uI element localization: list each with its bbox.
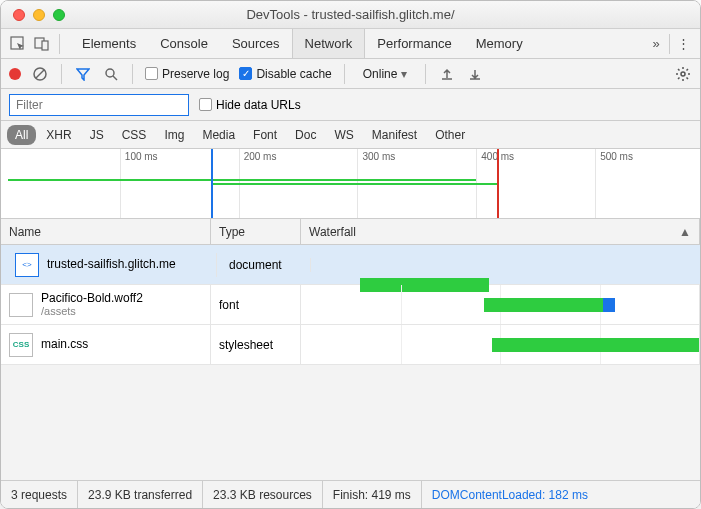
svg-point-7 [681, 72, 685, 76]
more-tabs-icon[interactable]: » [647, 35, 665, 53]
disable-cache-checkbox[interactable]: ✓Disable cache [239, 67, 331, 81]
type-pill-xhr[interactable]: XHR [38, 125, 79, 145]
type-pill-css[interactable]: CSS [114, 125, 155, 145]
col-header-waterfall[interactable]: Waterfall▲ [301, 219, 700, 244]
css-file-icon: CSS [9, 333, 33, 357]
request-type: font [211, 285, 301, 324]
table-headers: Name Type Waterfall▲ [1, 219, 700, 245]
status-resources: 23.3 KB resources [203, 481, 323, 508]
settings-gear-icon[interactable] [674, 65, 692, 83]
preserve-log-checkbox[interactable]: Preserve log [145, 67, 229, 81]
record-button[interactable] [9, 68, 21, 80]
request-rows: <> trusted-sailfish.glitch.me document P… [1, 245, 700, 365]
status-transferred: 23.9 KB transferred [78, 481, 203, 508]
tab-memory[interactable]: Memory [464, 29, 535, 58]
tab-elements[interactable]: Elements [70, 29, 148, 58]
request-row[interactable]: <> trusted-sailfish.glitch.me document [1, 245, 700, 285]
request-type-bar: All XHR JS CSS Img Media Font Doc WS Man… [1, 121, 700, 149]
type-pill-img[interactable]: Img [156, 125, 192, 145]
filter-input[interactable] [9, 94, 189, 116]
request-row[interactable]: Pacifico-Bold.woff2/assets font [1, 285, 700, 325]
throttling-select[interactable]: Online▾ [357, 65, 414, 83]
status-requests: 3 requests [1, 481, 78, 508]
download-har-icon[interactable] [466, 65, 484, 83]
request-name: trusted-sailfish.glitch.me [47, 257, 176, 271]
kebab-menu-icon[interactable]: ⋮ [674, 35, 692, 53]
col-header-name[interactable]: Name [1, 219, 211, 244]
type-pill-manifest[interactable]: Manifest [364, 125, 425, 145]
status-domcontentloaded: DOMContentLoaded: 182 ms [422, 481, 598, 508]
col-header-type[interactable]: Type [211, 219, 301, 244]
type-pill-other[interactable]: Other [427, 125, 473, 145]
chevron-down-icon: ▾ [401, 67, 407, 81]
status-bar: 3 requests 23.9 KB transferred 23.3 KB r… [1, 480, 700, 508]
type-pill-js[interactable]: JS [82, 125, 112, 145]
type-pill-media[interactable]: Media [194, 125, 243, 145]
window-title: DevTools - trusted-sailfish.glitch.me/ [1, 7, 700, 22]
titlebar: DevTools - trusted-sailfish.glitch.me/ [1, 1, 700, 29]
request-type: stylesheet [211, 325, 301, 364]
tab-sources[interactable]: Sources [220, 29, 292, 58]
tab-network[interactable]: Network [292, 29, 366, 58]
hide-data-urls-label: Hide data URLs [216, 98, 301, 112]
filter-bar: Hide data URLs [1, 89, 700, 121]
request-path: /assets [41, 305, 143, 318]
preserve-log-label: Preserve log [162, 67, 229, 81]
hide-data-urls-checkbox[interactable]: Hide data URLs [199, 98, 301, 112]
main-tabbar: Elements Console Sources Network Perform… [1, 29, 700, 59]
request-row[interactable]: CSS main.css stylesheet [1, 325, 700, 365]
timeline-overview[interactable]: 100 ms 200 ms 300 ms 400 ms 500 ms [1, 149, 700, 219]
svg-line-4 [36, 70, 44, 78]
svg-point-5 [106, 69, 114, 77]
type-pill-all[interactable]: All [7, 125, 36, 145]
tick-label: 100 ms [125, 151, 158, 162]
network-toolbar: Preserve log ✓Disable cache Online▾ [1, 59, 700, 89]
request-type: document [221, 258, 311, 272]
type-pill-doc[interactable]: Doc [287, 125, 324, 145]
filter-toggle-icon[interactable] [74, 65, 92, 83]
sort-indicator-icon: ▲ [679, 225, 691, 239]
request-name: main.css [41, 337, 88, 351]
tab-performance[interactable]: Performance [365, 29, 463, 58]
font-file-icon [9, 293, 33, 317]
tick-label: 500 ms [600, 151, 633, 162]
waterfall-cell [301, 285, 700, 324]
upload-har-icon[interactable] [438, 65, 456, 83]
inspect-icon[interactable] [9, 35, 27, 53]
svg-rect-2 [42, 41, 48, 50]
disable-cache-label: Disable cache [256, 67, 331, 81]
clear-icon[interactable] [31, 65, 49, 83]
tick-label: 300 ms [362, 151, 395, 162]
type-pill-ws[interactable]: WS [326, 125, 361, 145]
throttling-value: Online [363, 67, 398, 81]
waterfall-cell [301, 325, 700, 364]
device-toggle-icon[interactable] [33, 35, 51, 53]
document-file-icon: <> [15, 253, 39, 277]
search-icon[interactable] [102, 65, 120, 83]
svg-line-6 [113, 76, 117, 80]
tick-label: 200 ms [244, 151, 277, 162]
type-pill-font[interactable]: Font [245, 125, 285, 145]
tab-console[interactable]: Console [148, 29, 220, 58]
status-finish: Finish: 419 ms [323, 481, 422, 508]
waterfall-header-label: Waterfall [309, 225, 356, 239]
request-name: Pacifico-Bold.woff2 [41, 291, 143, 305]
